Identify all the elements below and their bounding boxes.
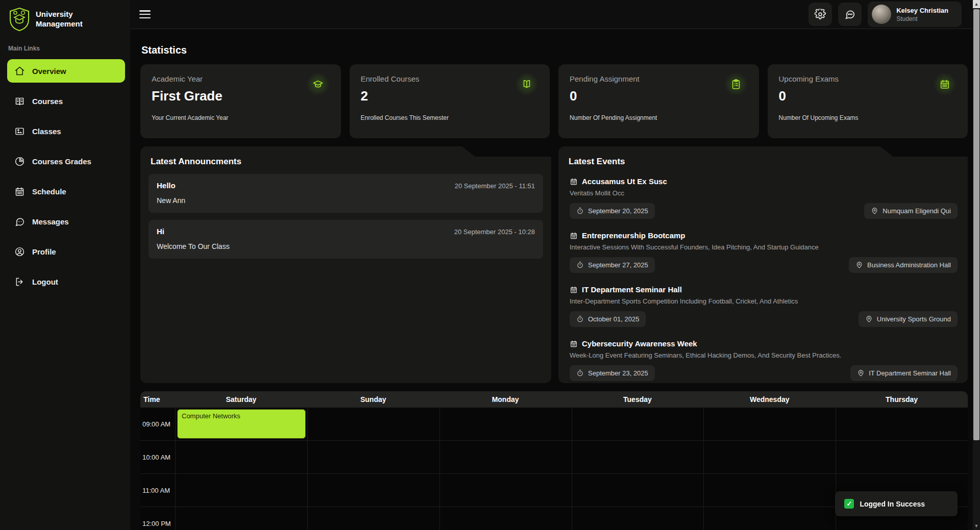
schedule-cell <box>836 441 968 474</box>
event-date: September 20, 2025 <box>588 207 648 215</box>
sidebar-item-schedule[interactable]: Schedule <box>7 180 125 203</box>
events-heading: Latest Events <box>569 157 960 167</box>
user-menu[interactable]: Kelsey Christian Student <box>868 2 962 27</box>
stat-icon-glow <box>306 72 330 96</box>
schedule-cell <box>439 474 572 507</box>
stat-value: 0 <box>570 88 748 104</box>
stat-icon-glow <box>933 72 957 96</box>
sidebar-item-label: Courses Grades <box>32 157 91 166</box>
stat-card-pending-assignment: Pending Assignment0Number Of Pending Ass… <box>558 64 759 138</box>
event-date-badge: September 20, 2025 <box>570 203 655 219</box>
content: Statistics Academic YearFirst GradeYour … <box>130 29 973 530</box>
event-description: Inter-Department Sports Competition Incl… <box>570 297 958 305</box>
scrollbar-up-arrow-icon[interactable]: ▲ <box>973 0 980 8</box>
timer-icon <box>576 315 584 323</box>
sidebar-section-label: Main Links <box>8 45 130 52</box>
schedule-column-thursday: Thursday <box>836 391 968 408</box>
schedule-time-label: 12:00 PM <box>140 507 175 530</box>
schedule-cell <box>307 507 439 530</box>
event-item: Cybersecurity Awareness WeekWeek-Long Ev… <box>567 332 960 386</box>
schedule-header-row: TimeSaturdaySundayMondayTuesdayWednesday… <box>140 391 968 408</box>
schedule-cell <box>439 441 572 474</box>
event-item: Entrepreneurship BootcampInteractive Ses… <box>567 224 960 278</box>
settings-gear-icon <box>815 9 826 20</box>
schedule-cell <box>439 408 572 441</box>
sidebar-item-courses[interactable]: Courses <box>7 89 125 113</box>
map-pin-icon <box>857 369 865 377</box>
schedule-cell <box>836 408 968 441</box>
sidebar-item-label: Classes <box>32 127 61 136</box>
page-scrollbar[interactable]: ▲ ▼ <box>973 0 980 530</box>
schedule-cell <box>703 408 836 441</box>
event-date-badge: September 27, 2025 <box>570 257 655 273</box>
user-icon <box>14 246 25 257</box>
schedule-column-tuesday: Tuesday <box>572 391 704 408</box>
success-check-icon: ✓ <box>844 499 854 509</box>
map-pin-icon <box>855 261 863 269</box>
scrollbar-thumb[interactable] <box>973 9 979 440</box>
book-icon <box>14 96 25 107</box>
stat-value: 2 <box>361 88 539 104</box>
settings-button[interactable] <box>808 3 832 26</box>
scrollbar-down-arrow-icon[interactable]: ▼ <box>973 522 980 530</box>
event-location-badge: University Sports Ground <box>859 311 958 327</box>
sidebar-item-profile[interactable]: Profile <box>7 240 125 263</box>
logo-title-line2: Management <box>36 19 83 29</box>
panels-row: Latest Announcments Hello20 September 20… <box>140 146 968 383</box>
sidebar-item-logout[interactable]: Logout <box>7 270 125 293</box>
main-area: Kelsey Christian Student Statistics Acad… <box>130 0 980 530</box>
schedule-time-label: 10:00 AM <box>140 441 175 474</box>
calendar-icon <box>570 178 578 186</box>
event-date-badge: September 23, 2025 <box>570 365 655 381</box>
toast-message: Logged In Success <box>860 500 925 508</box>
schedule-cell <box>572 408 704 441</box>
stats-grid: Academic YearFirst GradeYour Current Aca… <box>140 64 968 138</box>
stat-title: Upcoming Exams <box>779 74 957 83</box>
sidebar-item-overview[interactable]: Overview <box>7 59 125 83</box>
user-info: Kelsey Christian Student <box>896 7 948 22</box>
login-success-toast: ✓ Logged In Success <box>835 491 958 516</box>
map-pin-icon <box>865 315 873 323</box>
open-book-icon <box>521 79 532 90</box>
university-logo-icon <box>8 7 31 32</box>
graduation-cap-icon <box>312 79 324 90</box>
messages-button[interactable] <box>838 3 862 26</box>
event-date: September 27, 2025 <box>588 261 648 269</box>
schedule-row: 10:00 AM <box>140 441 968 474</box>
event-description: Veritatis Mollit Occ <box>570 189 958 197</box>
sidebar-item-classes[interactable]: Classes <box>7 119 125 143</box>
event-title: IT Department Seminar Hall <box>582 285 682 294</box>
announcement-title: Hi <box>157 227 164 236</box>
stat-value: 0 <box>779 88 957 104</box>
sidebar-item-messages[interactable]: Messages <box>7 210 125 233</box>
sidebar-nav: OverviewCoursesClassesCourses GradesSche… <box>7 59 130 293</box>
chat-bubble-icon <box>844 9 855 20</box>
hamburger-menu-icon[interactable] <box>139 10 151 18</box>
schedule-cell <box>307 408 439 441</box>
image-icon <box>14 126 25 137</box>
schedule-cell <box>175 507 307 530</box>
topbar: Kelsey Christian Student <box>130 0 973 29</box>
schedule-cell <box>307 441 439 474</box>
user-role: Student <box>896 15 948 22</box>
announcement-body: Welcome To Our Class <box>157 242 535 250</box>
sidebar-item-label: Messages <box>32 217 69 226</box>
schedule-event-block[interactable]: Computer Networks <box>177 409 306 439</box>
calendar-icon <box>570 232 578 240</box>
calendar-icon <box>939 79 950 90</box>
timer-icon <box>576 261 584 269</box>
timer-icon <box>576 207 584 215</box>
event-description: Interactive Sessions With Successful Fou… <box>570 243 958 251</box>
announcement-item: Hello20 September 2025 - 11:51New Ann <box>149 174 543 213</box>
timer-icon <box>576 369 584 377</box>
schedule-cell <box>703 507 836 530</box>
schedule-cell <box>307 474 439 507</box>
sidebar-item-courses-grades[interactable]: Courses Grades <box>7 149 125 173</box>
logo-title-line1: University <box>36 10 83 19</box>
event-location-badge: Business Administration Hall <box>849 257 958 273</box>
schedule-row: 09:00 AMComputer Networks <box>140 408 968 441</box>
user-name: Kelsey Christian <box>896 7 948 14</box>
calendar-icon <box>14 186 25 197</box>
chat-icon <box>14 216 25 227</box>
avatar <box>872 5 891 24</box>
